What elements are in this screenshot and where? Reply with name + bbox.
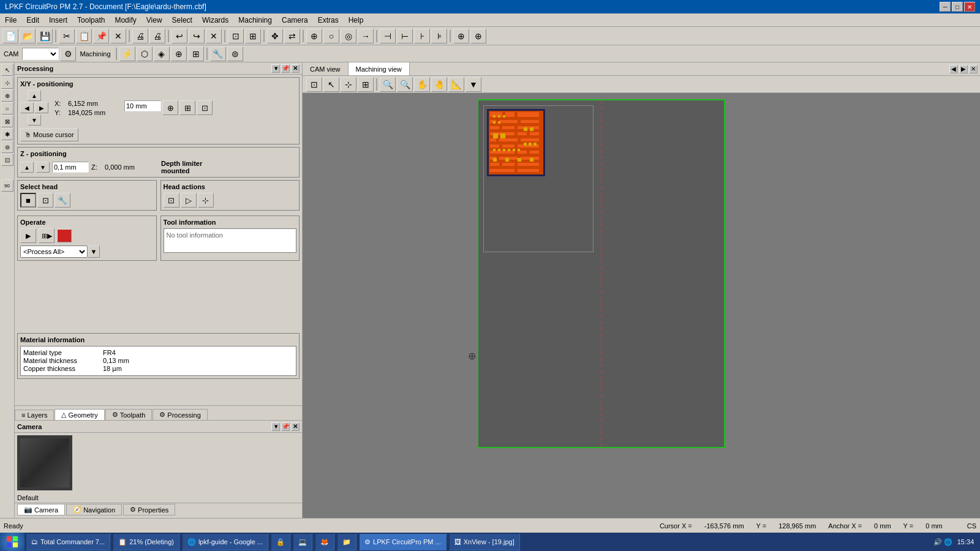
- tab-toolpath[interactable]: ⚙ Toolpath: [105, 409, 153, 420]
- zoom-fit-button[interactable]: ⊕: [306, 29, 322, 43]
- minimize-button[interactable]: ─: [940, 2, 951, 12]
- left-tool3[interactable]: ⊕: [1, 89, 13, 102]
- canvas-pan[interactable]: ✋: [414, 77, 430, 92]
- head-tool-button[interactable]: 🔧: [55, 193, 70, 208]
- print-button[interactable]: 🖨: [149, 29, 165, 43]
- tab-layers[interactable]: ≡ Layers: [15, 410, 54, 420]
- taskbar-lpkf[interactable]: ⚙ LPKF CircuitPro PM ...: [359, 533, 447, 550]
- goto-origin-button[interactable]: ⊕: [162, 100, 178, 115]
- rotate-button[interactable]: ⊢: [397, 29, 413, 43]
- up-arrow-button[interactable]: ▲: [28, 90, 41, 101]
- canvas-move[interactable]: ⊹: [341, 77, 356, 92]
- menu-edit[interactable]: Edit: [21, 15, 44, 26]
- canvas-more[interactable]: ▼: [466, 77, 481, 92]
- cam-btn1[interactable]: ⚙: [60, 47, 76, 61]
- distribute-button[interactable]: ⊧: [431, 29, 447, 43]
- measure-button[interactable]: ⊕: [453, 29, 469, 43]
- canvas-zoom-region[interactable]: 🔍: [380, 77, 396, 92]
- head-action1-button[interactable]: ⊡: [164, 193, 179, 208]
- step-input[interactable]: [124, 100, 161, 111]
- taskbar-deleting[interactable]: 📋 21% (Deleting): [113, 533, 179, 550]
- panel-menu-button[interactable]: ▾: [271, 64, 280, 73]
- right-arrow-button[interactable]: ▶: [35, 102, 48, 113]
- print-preview-button[interactable]: 🖨: [132, 29, 148, 43]
- left-tool4[interactable]: ○: [1, 102, 13, 114]
- goto-fiducial-button[interactable]: ⊞: [179, 100, 195, 115]
- camera-menu-button[interactable]: ▾: [271, 422, 280, 431]
- align-button[interactable]: ⊦: [414, 29, 430, 43]
- select1-button[interactable]: ⊡: [228, 29, 244, 43]
- menu-modify[interactable]: Modify: [110, 15, 141, 26]
- play-button[interactable]: ▶: [20, 228, 36, 243]
- close-button[interactable]: ✕: [964, 2, 975, 12]
- step-play-button[interactable]: ⊞▶: [39, 228, 55, 243]
- left-tool9[interactable]: 90: [1, 179, 13, 192]
- start-button[interactable]: [0, 533, 24, 551]
- menu-insert[interactable]: Insert: [44, 15, 72, 26]
- left-arrow-button[interactable]: ◀: [20, 102, 34, 113]
- cam-tool1[interactable]: ⚡: [119, 47, 135, 61]
- canvas-pan2[interactable]: 🤚: [431, 77, 447, 92]
- cam-tool7[interactable]: ⊚: [227, 47, 243, 61]
- canvas-select1[interactable]: ⊡: [306, 77, 322, 92]
- left-tool1[interactable]: ↖: [1, 64, 13, 76]
- canvas-route[interactable]: 📐: [448, 77, 464, 92]
- cam-tool5[interactable]: ⊞: [188, 47, 204, 61]
- panel-pin-button[interactable]: 📌: [281, 64, 290, 73]
- menu-wizards[interactable]: Wizards: [197, 15, 233, 26]
- cam-view-tab[interactable]: CAM view: [303, 62, 349, 75]
- move-button[interactable]: ✥: [267, 29, 283, 43]
- crosshair-button[interactable]: ⊕: [470, 29, 486, 43]
- left-tool2[interactable]: ⊹: [1, 77, 13, 89]
- cut-button[interactable]: ✂: [59, 29, 75, 43]
- machining-view-tab[interactable]: Machining view: [349, 62, 410, 75]
- open-button[interactable]: 📂: [20, 29, 36, 43]
- cam-tool4[interactable]: ⊕: [171, 47, 187, 61]
- canvas-arrow[interactable]: ↖: [323, 77, 339, 92]
- left-tool7[interactable]: ⊜: [1, 141, 13, 153]
- tab-processing[interactable]: ⚙ Processing: [153, 409, 207, 420]
- taskbar-icon1[interactable]: 🔒: [271, 533, 290, 550]
- left-tool8[interactable]: ⊡: [1, 154, 13, 166]
- mouse-cursor-button[interactable]: 🖱 Mouse cursor: [20, 128, 78, 141]
- flip-button[interactable]: ⇄: [284, 29, 300, 43]
- copy-button[interactable]: 📋: [76, 29, 92, 43]
- panel-tab-navigation[interactable]: 🧭 Navigation: [66, 504, 122, 515]
- menu-view[interactable]: View: [141, 15, 167, 26]
- panel-close-button[interactable]: ✕: [291, 64, 300, 73]
- zoom-circle-button[interactable]: ○: [323, 29, 339, 43]
- stop-button[interactable]: [57, 229, 72, 242]
- z-down-button[interactable]: ▼: [36, 162, 50, 173]
- paste-button[interactable]: 📌: [93, 29, 109, 43]
- taskbar-xnview[interactable]: 🖼 XnView - [19.jpg]: [449, 533, 520, 550]
- menu-extras[interactable]: Extras: [313, 15, 344, 26]
- new-button[interactable]: 📄: [2, 29, 18, 43]
- zoom-in-button[interactable]: ◎: [341, 29, 356, 43]
- cam-tool6[interactable]: 🔧: [210, 47, 226, 61]
- view-prev-button[interactable]: ◀: [949, 65, 958, 73]
- cam-dropdown[interactable]: [22, 48, 59, 60]
- taskbar-firefox[interactable]: 🦊: [315, 533, 334, 550]
- taskbar-total-commander[interactable]: 🗂 Total Commander 7...: [26, 533, 110, 550]
- menu-help[interactable]: Help: [344, 15, 369, 26]
- cam-tool2[interactable]: ⬡: [137, 47, 153, 61]
- left-tool5[interactable]: ⊠: [1, 115, 13, 127]
- process-dropdown-button[interactable]: ▼: [88, 246, 100, 258]
- maximize-button[interactable]: □: [952, 2, 963, 12]
- mirror-button[interactable]: ⊣: [380, 29, 396, 43]
- taskbar-chrome[interactable]: 🌐 lpkf-guide - Google ...: [182, 533, 268, 550]
- head2-button[interactable]: ⊡: [37, 193, 53, 208]
- canvas-zoom-plus[interactable]: 🔍: [397, 77, 413, 92]
- stop-button[interactable]: ✕: [206, 29, 222, 43]
- view-next-button[interactable]: ▶: [959, 65, 968, 73]
- delete-button[interactable]: ✕: [110, 29, 126, 43]
- select2-button[interactable]: ⊞: [245, 29, 261, 43]
- left-tool6[interactable]: ✱: [1, 128, 13, 140]
- panel-tab-properties[interactable]: ⚙ Properties: [123, 504, 175, 515]
- cam-tool3[interactable]: ◈: [154, 47, 170, 61]
- redo-button[interactable]: ↪: [189, 29, 205, 43]
- head1-button[interactable]: ■: [20, 193, 36, 208]
- process-all-dropdown[interactable]: <Process All>: [20, 246, 88, 258]
- taskbar-icon2[interactable]: 💻: [293, 533, 312, 550]
- camera-close-button[interactable]: ✕: [291, 422, 300, 431]
